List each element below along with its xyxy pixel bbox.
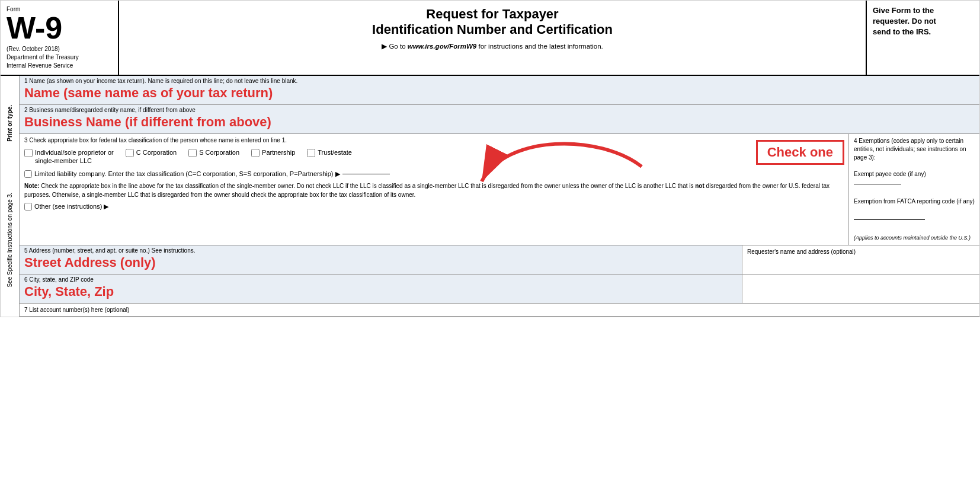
field5-value[interactable]: Street Address (only) <box>20 254 742 274</box>
field1-label: 1 Name (as shown on your income tax retu… <box>20 76 979 84</box>
s-corp-label: S Corporation <box>199 148 239 157</box>
section3-4: 3 Check appropriate box for federal tax … <box>20 134 979 245</box>
exempt-payee-field[interactable] <box>854 184 901 184</box>
section3: 3 Check appropriate box for federal tax … <box>20 134 849 245</box>
field6-value[interactable]: City, State, Zip <box>20 283 742 303</box>
field2-label: 2 Business name/disregarded entity name,… <box>20 105 979 113</box>
llc-label: Limited liability company. Enter the tax… <box>34 170 340 178</box>
fatca-field[interactable] <box>854 219 925 220</box>
go-to-line: ▶ Go to www.irs.gov/FormW9 for instructi… <box>131 42 854 50</box>
checkbox-trust: Trust/estate <box>307 148 352 157</box>
city-right <box>742 275 979 303</box>
note-text: Note: Check the appropriate box in the l… <box>24 181 844 199</box>
header-right: Give Form to the requester. Do not send … <box>867 1 979 75</box>
trust-label: Trust/estate <box>318 148 352 157</box>
address-left: 5 Address (number, street, and apt. or s… <box>20 245 742 274</box>
exempt-payee: Exempt payee code (if any) <box>854 170 975 187</box>
sidebar: Print or type. See Specific Instructions… <box>1 76 20 317</box>
llc-row: Limited liability company. Enter the tax… <box>24 170 844 178</box>
checkbox-s-corp: S Corporation <box>188 148 239 157</box>
c-corp-label: C Corporation <box>136 148 177 157</box>
main-content: 1 Name (as shown on your income tax retu… <box>20 76 979 317</box>
checkbox-s-corp-input[interactable] <box>188 149 197 157</box>
fatca-line: Exemption from FATCA reporting code (if … <box>854 197 975 222</box>
requester-box: Requester's name and address (optional) <box>742 245 979 274</box>
form-dept: Department of the Treasury Internal Reve… <box>7 53 112 70</box>
sub-title: Identification Number and Certification <box>131 22 854 37</box>
sidebar-print-text: Print or type. <box>7 105 13 142</box>
sidebar-see-text: See Specific Instructions on page 3. <box>7 193 13 288</box>
individual-label: Individual/sole proprietor orsingle-memb… <box>35 148 114 165</box>
field1-row: 1 Name (as shown on your income tax retu… <box>20 76 979 105</box>
checkbox-individual: Individual/sole proprietor orsingle-memb… <box>24 148 114 165</box>
field7-label: 7 List account number(s) here (optional) <box>24 307 129 313</box>
field2-row: 2 Business name/disregarded entity name,… <box>20 105 979 134</box>
header-center: Request for Taxpayer Identification Numb… <box>119 1 867 75</box>
applies-note: (Applies to accounts maintained outside … <box>854 234 975 242</box>
header-left: Form W-9 (Rev. October 2018) Department … <box>1 1 119 75</box>
other-label: Other (see instructions) ▶ <box>34 203 108 210</box>
account-row: 7 List account number(s) here (optional) <box>20 304 979 317</box>
section3-header: 3 Check appropriate box for federal tax … <box>24 137 844 143</box>
field5-label: 5 Address (number, street, and apt. or s… <box>20 245 742 254</box>
checkbox-trust-input[interactable] <box>307 149 315 157</box>
section4: 4 Exemptions (codes apply only to certai… <box>849 134 979 245</box>
form-rev: (Rev. October 2018) <box>7 46 112 52</box>
checkbox-c-corp-input[interactable] <box>126 149 134 157</box>
note-label: Note: <box>24 183 40 189</box>
city-section: 6 City, state, and ZIP code City, State,… <box>20 275 979 304</box>
checkbox-individual-input[interactable] <box>24 149 33 157</box>
llc-field[interactable] <box>342 174 390 174</box>
checkbox-partnership-input[interactable] <box>251 149 260 157</box>
checkbox-c-corp: C Corporation <box>126 148 177 157</box>
form-header: Form W-9 (Rev. October 2018) Department … <box>1 1 979 76</box>
address-section: 5 Address (number, street, and apt. or s… <box>20 245 979 275</box>
form-number: W-9 <box>7 12 112 43</box>
section4-header: 4 Exemptions (codes apply only to certai… <box>854 137 975 162</box>
field2-value[interactable]: Business Name (if different from above) <box>20 113 979 133</box>
llc-checkbox[interactable] <box>24 170 32 178</box>
main-title: Request for Taxpayer <box>131 7 854 22</box>
city-left: 6 City, state, and ZIP code City, State,… <box>20 275 742 303</box>
form-body: Print or type. See Specific Instructions… <box>1 76 979 317</box>
checkbox-partnership: Partnership <box>251 148 295 157</box>
w9-form: Form W-9 (Rev. October 2018) Department … <box>0 0 980 317</box>
other-checkbox[interactable] <box>24 203 32 210</box>
field6-label: 6 City, state, and ZIP code <box>20 275 742 283</box>
other-row: Other (see instructions) ▶ <box>24 203 844 210</box>
partnership-label: Partnership <box>262 148 295 157</box>
check-one-box: Check one <box>756 140 844 165</box>
field1-value[interactable]: Name (same name as of your tax return) <box>20 84 979 104</box>
checkboxes-row: Individual/sole proprietor orsingle-memb… <box>24 148 844 165</box>
